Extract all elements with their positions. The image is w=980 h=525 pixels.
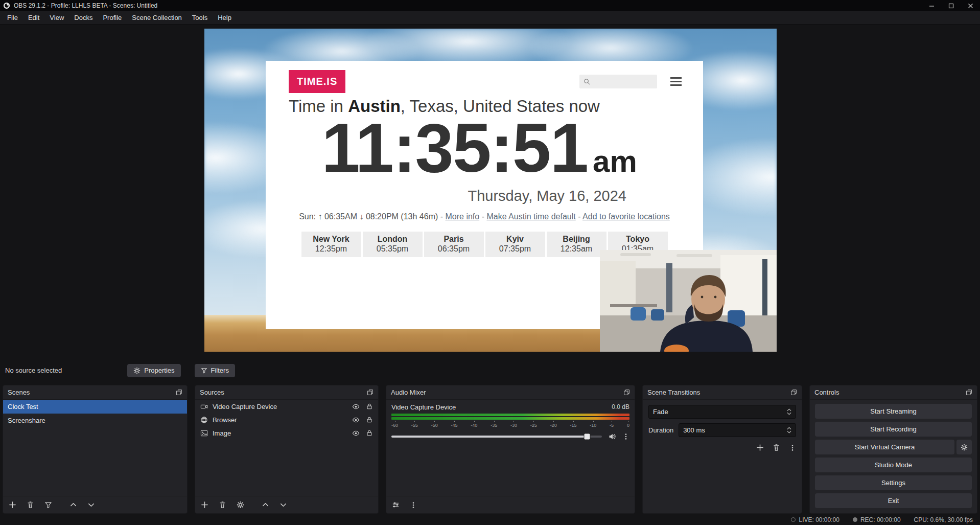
source-properties-gear-icon[interactable] bbox=[237, 501, 244, 509]
spinner-up-icon[interactable] bbox=[787, 408, 791, 412]
scene-filters-icon[interactable] bbox=[44, 501, 52, 509]
filters-button[interactable]: Filters bbox=[195, 364, 235, 377]
channel-options-dots-icon[interactable] bbox=[622, 432, 629, 441]
sources-toolbar bbox=[195, 496, 378, 513]
visibility-eye-icon[interactable] bbox=[352, 403, 360, 410]
menu-docks[interactable]: Docks bbox=[69, 11, 98, 25]
maximize-button[interactable] bbox=[941, 0, 961, 11]
source-item-image[interactable]: Image bbox=[195, 426, 378, 440]
visibility-eye-icon[interactable] bbox=[352, 429, 360, 437]
add-favorite-link: Add to favorite locations bbox=[582, 212, 670, 221]
volume-slider[interactable] bbox=[391, 436, 602, 438]
preview-area: TIME.IS Time in Austin, Texas, United St… bbox=[0, 25, 980, 361]
remove-source-icon[interactable] bbox=[219, 501, 226, 509]
sources-list: Video Capture Device Browser bbox=[195, 400, 378, 496]
add-transition-icon[interactable] bbox=[756, 444, 764, 451]
lock-icon[interactable] bbox=[366, 416, 373, 423]
popout-icon[interactable] bbox=[176, 389, 182, 396]
audio-mixer-header[interactable]: Audio Mixer bbox=[386, 385, 635, 400]
transition-select[interactable]: Fade bbox=[648, 405, 796, 419]
maximize-icon bbox=[948, 3, 954, 9]
move-source-up-icon[interactable] bbox=[262, 501, 269, 509]
volume-slider-handle[interactable] bbox=[584, 433, 591, 440]
cpu-fps-status: CPU: 0.6%, 30.00 fps bbox=[914, 516, 973, 523]
mixer-level-db: 0.0 dB bbox=[612, 403, 629, 411]
scenes-panel: Scenes Clock Test Screenshare bbox=[3, 385, 188, 514]
menu-edit[interactable]: Edit bbox=[23, 11, 44, 25]
properties-button[interactable]: Properties bbox=[127, 364, 180, 377]
popout-icon[interactable] bbox=[367, 389, 374, 396]
timeis-header: TIME.IS bbox=[289, 70, 682, 93]
menu-bar: File Edit View Docks Profile Scene Colle… bbox=[0, 11, 980, 25]
preview-canvas[interactable]: TIME.IS Time in Austin, Texas, United St… bbox=[204, 29, 777, 352]
menu-tools[interactable]: Tools bbox=[187, 11, 213, 25]
studio-mode-button[interactable]: Studio Mode bbox=[815, 458, 972, 472]
scene-item-screenshare[interactable]: Screenshare bbox=[3, 414, 187, 427]
scene-item-clock-test[interactable]: Clock Test bbox=[3, 400, 187, 414]
gear-icon bbox=[961, 444, 968, 451]
popout-icon[interactable] bbox=[623, 389, 630, 396]
add-scene-icon[interactable] bbox=[9, 501, 16, 509]
controls-body: Start Streaming Start Recording Start Vi… bbox=[810, 400, 977, 514]
speaker-mute-toggle-icon[interactable] bbox=[608, 432, 616, 441]
menu-file[interactable]: File bbox=[2, 11, 23, 25]
image-icon bbox=[200, 429, 208, 437]
popout-icon[interactable] bbox=[966, 389, 972, 396]
city-time-card: Beijing12:35am bbox=[547, 232, 606, 257]
source-item-video-capture[interactable]: Video Capture Device bbox=[195, 400, 378, 413]
controls-panel-header[interactable]: Controls bbox=[810, 385, 977, 400]
volume-meter-left bbox=[391, 414, 629, 416]
hamburger-menu-icon bbox=[670, 77, 682, 86]
minimize-button[interactable] bbox=[922, 0, 941, 11]
start-virtual-camera-button[interactable]: Start Virtual Camera bbox=[815, 440, 954, 454]
lock-icon[interactable] bbox=[366, 429, 373, 437]
webcam-video-frame bbox=[600, 250, 777, 352]
duration-spinbox[interactable]: 300 ms bbox=[679, 423, 796, 437]
sources-panel: Sources Video Capture Device Browser bbox=[195, 385, 379, 514]
sources-panel-header[interactable]: Sources bbox=[195, 385, 378, 400]
virtual-camera-config-button[interactable] bbox=[956, 440, 972, 454]
sources-panel-title: Sources bbox=[200, 389, 224, 396]
move-source-down-icon[interactable] bbox=[279, 501, 287, 509]
exit-button[interactable]: Exit bbox=[815, 493, 972, 508]
menu-view[interactable]: View bbox=[44, 11, 69, 25]
remove-transition-icon[interactable] bbox=[773, 444, 780, 451]
lock-icon[interactable] bbox=[366, 403, 373, 410]
dock-area: Scenes Clock Test Screenshare Sources bbox=[0, 385, 980, 514]
add-source-icon[interactable] bbox=[201, 501, 208, 509]
spinner-up-icon[interactable] bbox=[787, 427, 791, 430]
close-button[interactable] bbox=[961, 0, 980, 11]
scene-transitions-panel: Scene Transitions Fade Duration 300 ms bbox=[642, 385, 802, 514]
source-item-browser[interactable]: Browser bbox=[195, 413, 378, 426]
remove-scene-icon[interactable] bbox=[27, 501, 34, 509]
move-scene-down-icon[interactable] bbox=[87, 501, 95, 509]
scenes-panel-header[interactable]: Scenes bbox=[3, 385, 187, 400]
minimize-icon bbox=[929, 3, 935, 9]
menu-profile[interactable]: Profile bbox=[98, 11, 127, 25]
advanced-audio-properties-icon[interactable] bbox=[392, 501, 400, 509]
popout-icon[interactable] bbox=[790, 389, 797, 396]
audio-mixer-panel: Audio Mixer Video Capture Device 0.0 dB … bbox=[386, 385, 635, 514]
start-streaming-button[interactable]: Start Streaming bbox=[815, 404, 972, 419]
menu-scene-collection[interactable]: Scene Collection bbox=[127, 11, 187, 25]
obs-window: OBS 29.1.2 - Profile: LLHLS BETA - Scene… bbox=[0, 0, 980, 525]
transition-options-dots-icon[interactable] bbox=[789, 444, 796, 452]
mixer-menu-dots-icon[interactable] bbox=[410, 501, 417, 509]
more-info-link: More info bbox=[446, 212, 480, 221]
record-status-icon bbox=[853, 517, 857, 522]
transitions-body: Fade Duration 300 ms bbox=[643, 400, 802, 513]
menu-help[interactable]: Help bbox=[213, 11, 237, 25]
mixer-channel-name: Video Capture Device bbox=[391, 403, 456, 411]
spinner-down-icon[interactable] bbox=[787, 430, 791, 433]
spinner-down-icon[interactable] bbox=[787, 412, 791, 415]
search-icon bbox=[583, 78, 591, 85]
volume-meter-right bbox=[391, 417, 629, 420]
move-scene-up-icon[interactable] bbox=[69, 501, 77, 509]
start-recording-button[interactable]: Start Recording bbox=[815, 422, 972, 437]
duration-label: Duration bbox=[648, 426, 673, 434]
settings-button[interactable]: Settings bbox=[815, 475, 972, 490]
transitions-panel-header[interactable]: Scene Transitions bbox=[643, 385, 802, 400]
timeis-logo: TIME.IS bbox=[289, 70, 345, 93]
audio-mixer-title: Audio Mixer bbox=[391, 389, 426, 396]
visibility-eye-icon[interactable] bbox=[352, 416, 360, 424]
